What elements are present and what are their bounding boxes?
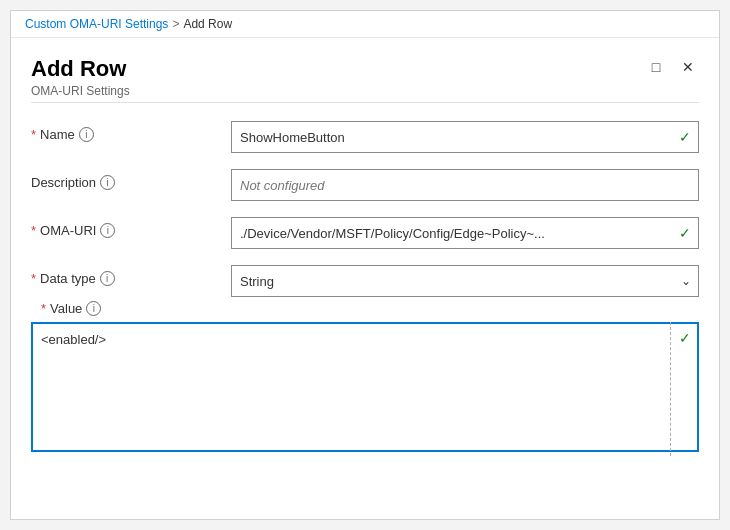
oma-uri-row: * OMA-URI i ✓ (31, 217, 699, 249)
value-textarea[interactable]: <enabled/> (31, 322, 699, 452)
breadcrumb-separator: > (172, 17, 179, 31)
name-row: * Name i ✓ (31, 121, 699, 153)
name-label: * Name i (31, 121, 231, 142)
oma-uri-check-icon: ✓ (679, 225, 691, 241)
data-type-select[interactable]: String Integer Boolean Base64 (231, 265, 699, 297)
oma-uri-info-icon[interactable]: i (100, 223, 115, 238)
data-type-row: * Data type i String Integer Boolean Bas… (31, 265, 699, 297)
name-required-star: * (31, 127, 36, 142)
value-label-row: * Value i (31, 301, 699, 316)
name-control: ✓ (231, 121, 699, 153)
header-row: Add Row OMA-URI Settings □ ✕ (31, 56, 699, 98)
value-label: * Value i (31, 301, 231, 316)
data-type-info-icon[interactable]: i (100, 271, 115, 286)
title-block: Add Row OMA-URI Settings (31, 56, 130, 98)
minimize-button[interactable]: □ (645, 56, 667, 78)
description-control (231, 169, 699, 201)
name-input[interactable] (231, 121, 699, 153)
name-label-text: Name (40, 127, 75, 142)
oma-uri-required-star: * (31, 223, 36, 238)
value-info-icon[interactable]: i (86, 301, 101, 316)
description-label: Description i (31, 169, 231, 190)
value-textarea-wrapper: <enabled/> ✓ (31, 322, 699, 456)
page-subtitle: OMA-URI Settings (31, 84, 130, 98)
data-type-label-text: Data type (40, 271, 96, 286)
oma-uri-input[interactable] (231, 217, 699, 249)
oma-uri-control: ✓ (231, 217, 699, 249)
oma-uri-label: * OMA-URI i (31, 217, 231, 238)
name-check-icon: ✓ (679, 129, 691, 145)
page-title: Add Row (31, 56, 130, 82)
value-check-icon: ✓ (679, 330, 691, 346)
window-controls: □ ✕ (645, 56, 699, 78)
content-area: Add Row OMA-URI Settings □ ✕ * Name i ✓ (11, 38, 719, 519)
description-input[interactable] (231, 169, 699, 201)
value-label-text: Value (50, 301, 82, 316)
close-button[interactable]: ✕ (677, 56, 699, 78)
value-required-star: * (41, 301, 46, 316)
breadcrumb-current: Add Row (183, 17, 232, 31)
panel: Custom OMA-URI Settings > Add Row Add Ro… (10, 10, 720, 520)
header-divider (31, 102, 699, 103)
data-type-control: String Integer Boolean Base64 ⌄ (231, 265, 699, 297)
value-section: * Value i <enabled/> ✓ (31, 301, 699, 456)
description-row: Description i (31, 169, 699, 201)
description-info-icon[interactable]: i (100, 175, 115, 190)
form-area: * Name i ✓ Description i (31, 121, 699, 297)
breadcrumb-parent[interactable]: Custom OMA-URI Settings (25, 17, 168, 31)
description-label-text: Description (31, 175, 96, 190)
data-type-required-star: * (31, 271, 36, 286)
oma-uri-label-text: OMA-URI (40, 223, 96, 238)
name-info-icon[interactable]: i (79, 127, 94, 142)
data-type-label: * Data type i (31, 265, 231, 286)
breadcrumb: Custom OMA-URI Settings > Add Row (11, 11, 719, 38)
